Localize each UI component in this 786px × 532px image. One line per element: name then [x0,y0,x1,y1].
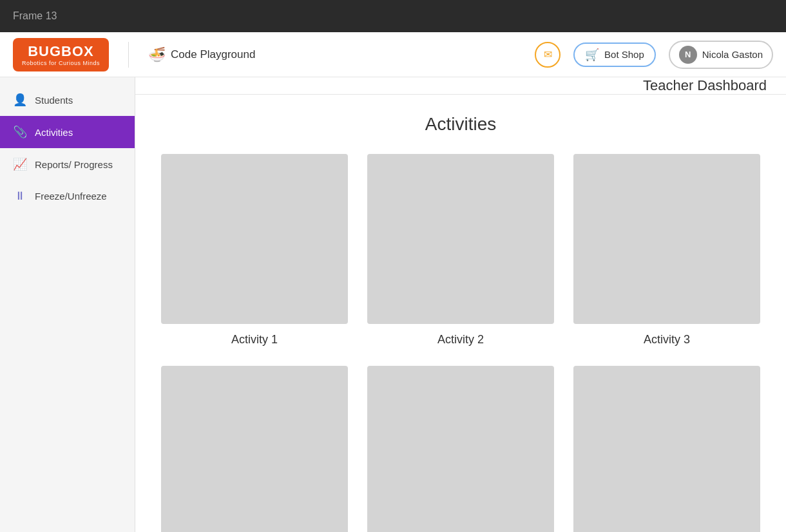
activity-thumbnail-5 [367,366,554,532]
reports-icon: 📈 [13,157,27,171]
code-playground-icon: 🍜 [148,46,166,63]
activity-card-1[interactable]: Activity 1 [161,154,348,347]
mail-icon: ✉ [544,48,552,61]
activities-icon: 📎 [13,125,27,139]
activity-label-3: Activity 3 [644,333,690,347]
sidebar-label-activities: Activities [35,127,73,138]
code-playground-button[interactable]: 🍜 Code Playground [148,46,255,63]
top-nav: BUGBOX Robotics for Curious Minds 🍜 Code… [0,32,786,77]
activity-card-6[interactable]: Activity 6 [573,366,760,532]
activities-heading: Activities [135,114,786,135]
logo-title: BUGBOX [28,43,94,60]
activity-card-2[interactable]: Activity 2 [367,154,554,347]
avatar-initial: N [685,50,691,59]
activity-thumbnail-3 [573,154,760,324]
activity-thumbnail-1 [161,154,348,324]
activity-card-3[interactable]: Activity 3 [573,154,760,347]
sidebar: 👤 Students 📎 Activities 📈 Reports/ Progr… [0,77,135,532]
user-name: Nicola Gaston [702,49,763,60]
student-icon: 👤 [13,93,27,107]
activity-thumbnail-4 [161,366,348,532]
body-area: 👤 Students 📎 Activities 📈 Reports/ Progr… [0,77,786,532]
bot-shop-button[interactable]: 🛒 Bot Shop [573,43,656,67]
mail-button[interactable]: ✉ [535,42,561,68]
activity-card-5[interactable]: Activity 5 [367,366,554,532]
logo[interactable]: BUGBOX Robotics for Curious Minds [13,38,109,71]
sidebar-item-freeze[interactable]: ⏸ Freeze/Unfreeze [0,180,135,212]
dashboard-title: Teacher Dashboard [643,77,767,94]
activity-label-2: Activity 2 [437,333,484,347]
sidebar-item-activities[interactable]: 📎 Activities [0,116,135,148]
app-container: BUGBOX Robotics for Curious Minds 🍜 Code… [0,32,786,532]
bot-shop-label: Bot Shop [604,49,644,60]
frame-title: Frame 13 [13,10,57,22]
sidebar-item-students[interactable]: 👤 Students [0,84,135,116]
sidebar-label-students: Students [35,95,73,106]
sidebar-item-reports[interactable]: 📈 Reports/ Progress [0,148,135,180]
title-bar: Frame 13 [0,0,786,32]
sidebar-label-reports: Reports/ Progress [35,159,113,170]
activity-card-4[interactable]: Activity 4 [161,366,348,532]
freeze-icon: ⏸ [13,189,27,203]
activity-thumbnail-2 [367,154,554,324]
activity-thumbnail-6 [573,366,760,532]
dashboard-title-bar: Teacher Dashboard [135,77,786,95]
main-content: Teacher Dashboard Activities Activity 1 … [135,77,786,532]
nav-divider [128,42,129,68]
user-button[interactable]: N Nicola Gaston [669,41,773,69]
activity-label-1: Activity 1 [231,333,278,347]
activities-grid: Activity 1 Activity 2 Activity 3 Activit… [135,147,786,532]
code-playground-label: Code Playground [171,48,255,61]
logo-subtitle: Robotics for Curious Minds [22,60,100,66]
bot-shop-icon: 🛒 [585,48,599,62]
sidebar-label-freeze: Freeze/Unfreeze [35,191,107,202]
avatar: N [679,46,697,64]
